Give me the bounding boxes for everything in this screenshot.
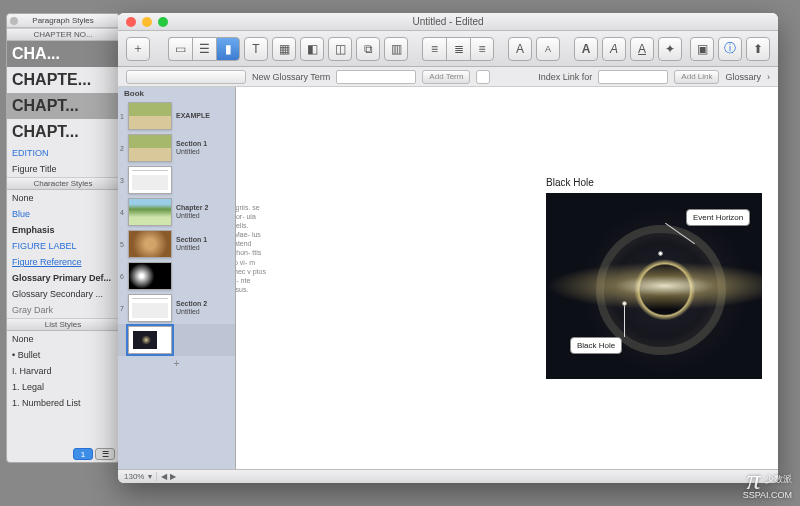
glossary-term-input[interactable] [336,70,416,84]
callout-anchor-dot[interactable] [658,251,663,256]
add-button[interactable]: ＋ [126,37,150,61]
char-style-figure-ref[interactable]: Figure Reference [7,254,119,270]
shapes-icon[interactable]: ◧ [300,37,324,61]
minimize-button[interactable] [142,17,152,27]
callout-anchor-dot[interactable] [622,301,627,306]
char-styles-header[interactable]: Character Styles [7,177,119,190]
align-right-icon[interactable]: ≡ [470,37,494,61]
effects-icon[interactable]: ✦ [658,37,682,61]
list-style-numbered[interactable]: 1. Numbered List [7,395,119,411]
para-style-figure-title[interactable]: Figure Title [7,161,119,177]
main-window: Untitled - Edited ＋ ▭ ☰ ▮ T ▦ ◧ ◫ ⧉ ▥ ≡ … [118,13,778,483]
table-icon[interactable]: ▦ [272,37,296,61]
page-thumbnail[interactable] [128,134,172,162]
chevron-right-icon[interactable]: › [767,72,770,82]
page-thumbnail[interactable] [128,198,172,226]
style-italic-icon[interactable]: A [602,37,626,61]
page-number: 3 [120,177,124,184]
outline-page-item[interactable]: ▾6 [118,260,235,292]
outline-page-item[interactable]: ▾1EXAMPLE [118,100,235,132]
glossary-button[interactable]: Glossary [725,72,761,82]
style-bold-icon[interactable]: A [574,37,598,61]
page-label: Section 2Untitled [176,300,231,315]
book-header[interactable]: ▾Book [118,87,235,100]
window-title: Untitled - Edited [118,13,778,31]
char-style-none[interactable]: None [7,190,119,206]
outline-page-item[interactable]: ▾5Section 1Untitled [118,228,235,260]
zoom-button[interactable] [158,17,168,27]
palette-close-button[interactable] [10,17,18,25]
list-styles-header[interactable]: List Styles [7,318,119,331]
palette-seg-count[interactable]: 1 [73,448,93,460]
preview-icon[interactable]: ▣ [690,37,714,61]
figure-caption[interactable]: Black Hole [546,177,594,188]
outline-page-item[interactable]: ▾4Chapter 2Untitled [118,196,235,228]
add-link-button[interactable]: Add Link [674,70,719,84]
page-thumbnail[interactable] [128,262,172,290]
page-thumbnail[interactable] [128,326,172,354]
align-center-icon[interactable]: ≣ [446,37,470,61]
strip-segmented[interactable] [126,70,246,84]
text-box-icon[interactable]: T [244,37,268,61]
outline-page-item[interactable]: ▾2Section 1Untitled [118,132,235,164]
char-style-gray-dark[interactable]: Gray Dark [7,302,119,318]
publish-icon[interactable]: ⬆ [746,37,770,61]
page-thumbnail[interactable] [128,294,172,322]
para-style-row[interactable]: CHA... [7,41,119,67]
chapter-no-header[interactable]: CHAPTER NO... [7,28,119,41]
inspector-icon[interactable]: ⓘ [718,37,742,61]
watermark: π 少数派 SSPAI.COM [743,470,792,500]
char-style-glossary-primary[interactable]: Glossary Primary Def... [7,270,119,286]
page-nav[interactable]: ◀ ▶ [156,472,179,481]
add-page-button[interactable]: + [118,356,235,371]
font-smaller-icon[interactable]: A [536,37,560,61]
para-style-row[interactable]: CHAPT... [7,93,119,119]
palette-bottom-segments: 1 ☰ [73,448,115,460]
palette-titlebar[interactable]: Paragraph Styles [7,14,119,28]
list-style-legal[interactable]: 1. Legal [7,379,119,395]
window-titlebar[interactable]: Untitled - Edited [118,13,778,31]
index-link-input[interactable] [598,70,668,84]
view-outline-icon[interactable]: ☰ [192,37,216,61]
outline-page-item[interactable]: ▾ [118,324,235,356]
chart-icon[interactable]: ◫ [328,37,352,61]
toolbar: ＋ ▭ ☰ ▮ T ▦ ◧ ◫ ⧉ ▥ ≡ ≣ ≡ A A A A A ✦ ▣ … [118,31,778,67]
outline-page-item[interactable]: ▾7Section 2Untitled [118,292,235,324]
para-style-row[interactable]: CHAPTE... [7,67,119,93]
char-style-glossary-secondary[interactable]: Glossary Secondary ... [7,286,119,302]
para-style-edition[interactable]: EDITION [7,145,119,161]
page-outline-panel: ▾Book ▾1EXAMPLE▾2Section 1Untitled▾3▾4Ch… [118,87,236,469]
page-label: Section 1Untitled [176,140,231,155]
zoom-level[interactable]: 130% [124,472,144,481]
callout-event-horizon[interactable]: Event Horizon [686,209,750,226]
callout-black-hole[interactable]: Black Hole [570,337,622,354]
style-underline-icon[interactable]: A [630,37,654,61]
char-style-blue[interactable]: Blue [7,206,119,222]
zoom-chevron-icon[interactable]: ▾ [148,472,152,481]
align-left-icon[interactable]: ≡ [422,37,446,61]
status-bar: 130% ▾ ◀ ▶ [118,469,778,483]
add-term-button[interactable]: Add Term [422,70,470,84]
outline-page-item[interactable]: ▾3 [118,164,235,196]
list-style-bullet[interactable]: • Bullet [7,347,119,363]
strip-swatch[interactable] [476,70,490,84]
char-style-figure-label[interactable]: FIGURE LABEL [7,238,119,254]
view-single-icon[interactable]: ▭ [168,37,192,61]
page-thumbnail[interactable] [128,166,172,194]
para-style-row[interactable]: CHAPT... [7,119,119,145]
palette-seg-list-icon[interactable]: ☰ [95,448,115,460]
list-style-none[interactable]: None [7,331,119,347]
list-style-harvard[interactable]: I. Harvard [7,363,119,379]
body-area: ▾Book ▾1EXAMPLE▾2Section 1Untitled▾3▾4Ch… [118,87,778,469]
black-hole-figure[interactable]: Event Horizon Black Hole [546,193,762,379]
font-bigger-icon[interactable]: A [508,37,532,61]
document-canvas[interactable]: ignis. se tor- ula felis. Mae- lus atend… [236,87,778,469]
media-icon[interactable]: ▥ [384,37,408,61]
page-thumbnail[interactable] [128,102,172,130]
page-thumbnail[interactable] [128,230,172,258]
char-style-emphasis[interactable]: Emphasis [7,222,119,238]
close-button[interactable] [126,17,136,27]
view-page-icon[interactable]: ▮ [216,37,240,61]
widgets-icon[interactable]: ⧉ [356,37,380,61]
callout-leader [624,305,625,337]
